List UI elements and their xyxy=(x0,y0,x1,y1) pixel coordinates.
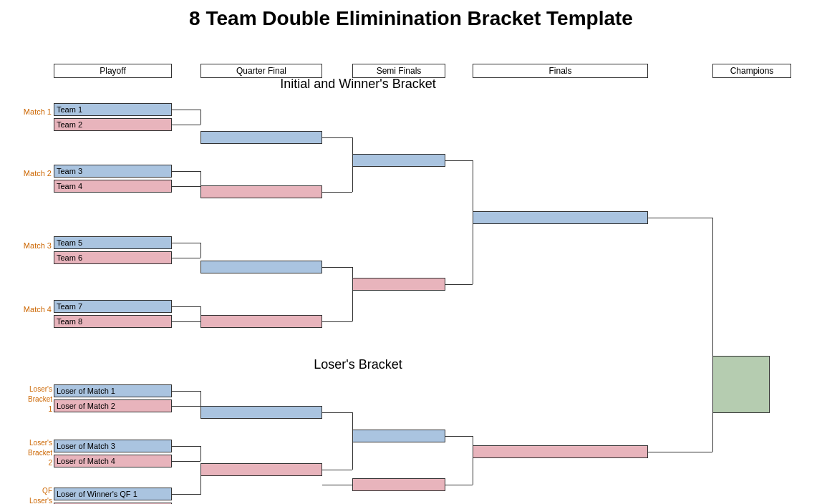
lb1-team1: Loser of Match 1 xyxy=(54,384,172,397)
sf-slot-2 xyxy=(352,278,445,291)
match2-team4: Team 4 xyxy=(54,180,172,193)
bracket-container: Playoff Quarter Final Semi Finals Finals… xyxy=(0,34,822,504)
lqf-slot-1 xyxy=(200,406,322,419)
lqf-slot-2 xyxy=(200,463,322,476)
qf-slot-2 xyxy=(200,185,322,198)
qflb-team1: Loser of Winner's QF 1 xyxy=(54,488,172,500)
line-m4-right1 xyxy=(172,306,200,307)
match1-label: Match 1 xyxy=(7,107,52,116)
col-champions: Champions xyxy=(712,64,791,78)
line-m1-right2 xyxy=(172,125,200,125)
loser-finals-slot xyxy=(473,445,648,458)
lsemi2-slot xyxy=(352,478,445,491)
qf-slot-4 xyxy=(200,315,322,328)
line-m3-right1 xyxy=(172,243,200,243)
col-finals: Finals xyxy=(473,64,648,78)
match4-team8: Team 8 xyxy=(54,315,172,328)
champion-box xyxy=(712,356,770,413)
sf-slot-1 xyxy=(352,154,445,167)
line-qflb-v xyxy=(200,470,201,495)
line-m4-right2 xyxy=(172,321,200,322)
col-semifinal: Semi Finals xyxy=(352,64,445,78)
line-lb1-right2 xyxy=(172,406,200,407)
line-lb2-v xyxy=(200,446,201,461)
line-m3-v xyxy=(200,243,201,258)
losers-bracket-title: Loser's Bracket xyxy=(143,357,573,372)
line-qf1-right xyxy=(322,137,352,138)
line-lb1-v xyxy=(200,391,201,406)
line-qf3-right xyxy=(322,267,352,268)
line-lb2-right2 xyxy=(172,461,200,462)
line-lsemi2-right xyxy=(445,485,473,485)
match1-team2: Team 2 xyxy=(54,118,172,131)
page-title: 8 Team Double Eliminination Bracket Temp… xyxy=(0,0,822,34)
qflb-label: QF Loser's Bracket xyxy=(4,486,52,504)
winners-bracket-title: Initial and Winner's Bracket xyxy=(143,77,573,92)
line-lsf-finals-v xyxy=(473,436,473,485)
line-m1-v xyxy=(200,110,201,125)
match3-label: Match 3 xyxy=(7,241,52,250)
line-m2-right2 xyxy=(172,186,200,187)
line-lqflb-right xyxy=(322,485,352,485)
line-sf2-right xyxy=(445,284,473,285)
match1-team1: Team 1 xyxy=(54,103,172,116)
finals-slot-1 xyxy=(473,211,648,224)
line-lqf1-right xyxy=(322,412,352,413)
line-sf1-right xyxy=(445,160,473,161)
line-sf-finals-v xyxy=(473,160,473,284)
line-finals-right xyxy=(648,218,712,218)
lb1-team2: Loser of Match 2 xyxy=(54,399,172,412)
match3-team6: Team 6 xyxy=(54,251,172,264)
match2-label: Match 2 xyxy=(7,169,52,178)
line-m4-v xyxy=(200,306,201,321)
match2-team3: Team 3 xyxy=(54,165,172,178)
match3-team5: Team 5 xyxy=(54,236,172,249)
qf-slot-3 xyxy=(200,261,322,273)
match4-team7: Team 7 xyxy=(54,300,172,313)
line-m2-v xyxy=(200,171,201,186)
line-lfinals-right xyxy=(648,452,712,452)
line-lqf2-right xyxy=(322,470,352,470)
line-lqf12-v xyxy=(352,412,353,470)
line-finals-to-champ-v xyxy=(712,218,713,356)
line-m3-right2 xyxy=(172,258,200,258)
lb1-label: Loser's Bracket 1 xyxy=(4,384,52,415)
line-m1-right xyxy=(172,110,200,110)
line-qf12-v xyxy=(352,137,353,192)
lb2-label: Loser's Bracket 2 xyxy=(4,438,52,468)
line-qf4-right xyxy=(322,321,352,322)
line-qf2-right xyxy=(322,192,352,193)
line-lb2-right1 xyxy=(172,446,200,447)
lb2-team2: Loser of Match 4 xyxy=(54,455,172,467)
col-quarterfinal: Quarter Final xyxy=(200,64,322,78)
lsf-slot-1 xyxy=(352,430,445,442)
qf-slot-1 xyxy=(200,131,322,144)
line-m2-right1 xyxy=(172,171,200,172)
line-lb1-right1 xyxy=(172,391,200,392)
col-playoff: Playoff xyxy=(54,64,172,78)
line-qf34-v xyxy=(352,267,353,321)
line-qflb-right1 xyxy=(172,494,200,495)
lb2-team1: Loser of Match 3 xyxy=(54,440,172,452)
line-lsf-right xyxy=(445,436,473,437)
match4-label: Match 4 xyxy=(7,305,52,314)
